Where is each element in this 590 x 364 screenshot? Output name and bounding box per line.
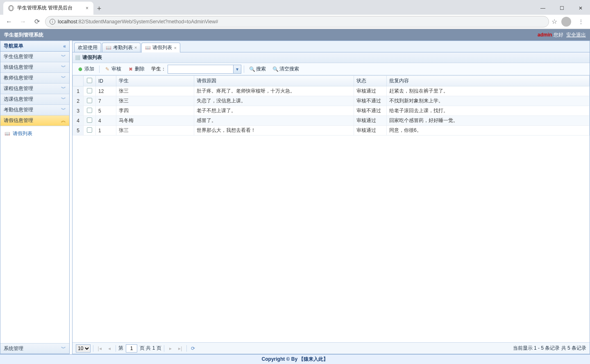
row-checkbox[interactable]: [84, 126, 96, 136]
delete-button[interactable]: ✖删除: [125, 65, 147, 73]
page-size-select[interactable]: 10: [76, 344, 91, 353]
chevron-down-icon: ︾: [61, 345, 66, 352]
cell-student: 张三: [116, 126, 194, 136]
data-grid: ID学生请假原因状态批复内容 112张三肚子疼。疼死了。老师快审核呀，十万火急。…: [73, 75, 590, 342]
url-input[interactable]: i localhost:82/StudentManagerWeb/SystemS…: [45, 16, 549, 27]
cell-student: 张三: [116, 96, 194, 106]
chevron-down-icon: ︾: [61, 85, 66, 92]
sidebar-header: 导航菜单 «: [0, 41, 69, 52]
sidebar-item[interactable]: 课程信息管理︾: [0, 84, 69, 94]
sidebar-item[interactable]: 教师信息管理︾: [0, 73, 69, 84]
row-number: 1: [73, 86, 84, 96]
back-button[interactable]: ←: [3, 16, 15, 27]
tree-node-leave-list[interactable]: 请假列表: [3, 129, 67, 139]
app-title: 学生签到管理系统: [4, 32, 43, 38]
acc-label: 学生信息管理: [4, 53, 33, 60]
sidebar: 导航菜单 « 学生信息管理︾班级信息管理︾教师信息管理︾课程信息管理︾选课信息管…: [0, 41, 70, 354]
close-button[interactable]: ✕: [571, 2, 590, 15]
chevron-down-icon: ︾: [61, 64, 66, 71]
book-icon: [5, 131, 10, 137]
row-number: 2: [73, 96, 84, 106]
tab-label: 考勤列表: [113, 44, 133, 51]
audit-button[interactable]: ✎审核: [102, 65, 124, 73]
logout-link[interactable]: 安全退出: [566, 32, 586, 38]
column-header[interactable]: 状态: [354, 76, 387, 86]
page-input[interactable]: [126, 344, 137, 353]
maximize-button[interactable]: ☐: [552, 2, 571, 15]
cell-id: 5: [96, 106, 116, 116]
close-tab-icon[interactable]: ×: [174, 45, 176, 50]
search-icon: 🔍: [249, 66, 255, 72]
next-page-button[interactable]: ▸: [167, 345, 174, 352]
cell-reason: 肚子疼。疼死了。老师快审核呀，十万火急。: [194, 86, 354, 96]
sidebar-item-system[interactable]: 系统管理 ︾: [0, 343, 69, 354]
sidebar-item[interactable]: 考勤信息管理︾: [0, 105, 69, 115]
column-header[interactable]: 学生: [116, 76, 194, 86]
header-right: admin 您好 安全退出: [538, 32, 586, 38]
cell-status: 审核不通过: [354, 96, 387, 106]
table-row[interactable]: 44马冬梅感冒了。审核通过回家吃个感冒药，好好睡一觉。: [73, 116, 590, 126]
page-label-pre: 第: [118, 345, 123, 352]
sidebar-body: 请假列表: [0, 126, 69, 343]
chevron-down-icon: ︾: [61, 53, 66, 60]
content-tab[interactable]: 请假列表×: [141, 43, 180, 52]
new-tab-button[interactable]: +: [93, 3, 105, 15]
row-checkbox[interactable]: [84, 116, 96, 126]
clear-search-button[interactable]: 🔍清空搜索: [270, 65, 302, 73]
forward-button[interactable]: →: [17, 16, 29, 27]
toolbar: ⊕添加 ✎审核 ✖删除 学生： ▾ 🔍搜索 🔍清空搜索: [73, 63, 590, 75]
search-button[interactable]: 🔍搜索: [247, 65, 268, 73]
student-input[interactable]: [168, 65, 233, 74]
address-bar: ← → ⟳ i localhost:82/StudentManagerWeb/S…: [0, 15, 590, 29]
window-controls: — ☐ ✕: [533, 2, 590, 15]
sidebar-item[interactable]: 选课信息管理︾: [0, 94, 69, 105]
add-button[interactable]: ⊕添加: [75, 65, 97, 73]
refresh-button[interactable]: ⟳: [189, 345, 197, 352]
site-info-icon[interactable]: i: [50, 19, 55, 25]
browser-tab[interactable]: 学生管理系统 管理员后台 ×: [3, 2, 93, 15]
student-combo[interactable]: ▾: [168, 65, 241, 74]
column-header[interactable]: 批复内容: [387, 76, 590, 86]
table-row[interactable]: 35李四老子不想上课了。审核不通过给老子滚回去上课，找打。: [73, 106, 590, 116]
browser-menu-button[interactable]: ⋮: [575, 19, 587, 25]
row-checkbox[interactable]: [84, 96, 96, 106]
prev-page-button[interactable]: ◂: [106, 345, 113, 352]
acc-label: 考勤信息管理: [4, 106, 33, 113]
reload-button[interactable]: ⟳: [31, 16, 43, 27]
profile-avatar[interactable]: [561, 17, 571, 27]
dropdown-icon[interactable]: ▾: [233, 65, 241, 74]
minimize-button[interactable]: —: [533, 2, 552, 15]
bookmark-icon[interactable]: ☆: [551, 18, 557, 25]
sidebar-title: 导航菜单: [4, 43, 23, 50]
book-icon: [106, 45, 111, 50]
edit-icon: ✎: [104, 66, 110, 72]
cell-student: 马冬梅: [116, 116, 194, 126]
tab-label: 欢迎使用: [78, 44, 98, 51]
row-checkbox[interactable]: [84, 106, 96, 116]
close-tab-icon[interactable]: ×: [86, 5, 88, 11]
first-page-button[interactable]: |◂: [96, 345, 103, 352]
column-header[interactable]: 请假原因: [194, 76, 354, 86]
cell-reason: 失恋了，没信息上课。: [194, 96, 354, 106]
last-page-button[interactable]: ▸|: [177, 345, 184, 352]
row-checkbox[interactable]: [84, 86, 96, 96]
sidebar-item[interactable]: 学生信息管理︾: [0, 52, 69, 62]
separator: [99, 66, 100, 73]
header-checkbox[interactable]: [84, 76, 96, 86]
content-tab[interactable]: 考勤列表×: [102, 43, 141, 52]
panel-title-bar: 请假列表: [73, 52, 590, 63]
table-row[interactable]: 112张三肚子疼。疼死了。老师快审核呀，十万火急。审核通过赶紧去，别拉在裤子里了…: [73, 86, 590, 96]
table-row[interactable]: 27张三失恋了，没信息上课。审核不通过不找到新对象别来上学。: [73, 96, 590, 106]
tab-label: 请假列表: [152, 44, 172, 51]
collapse-icon[interactable]: «: [63, 43, 66, 49]
chevron-down-icon: ︾: [61, 75, 66, 81]
sidebar-item[interactable]: 班级信息管理︾: [0, 62, 69, 73]
content-tab[interactable]: 欢迎使用: [74, 43, 101, 52]
table-row[interactable]: 51张三世界那么大，我想去看看！审核通过同意，你很6。: [73, 126, 590, 136]
cell-reply: 给老子滚回去上课，找打。: [387, 106, 590, 116]
column-header[interactable]: ID: [96, 76, 116, 86]
cell-student: 张三: [116, 86, 194, 96]
close-tab-icon[interactable]: ×: [134, 45, 137, 50]
sidebar-item[interactable]: 请假信息管理︽: [0, 115, 69, 126]
cell-status: 审核通过: [354, 116, 387, 126]
